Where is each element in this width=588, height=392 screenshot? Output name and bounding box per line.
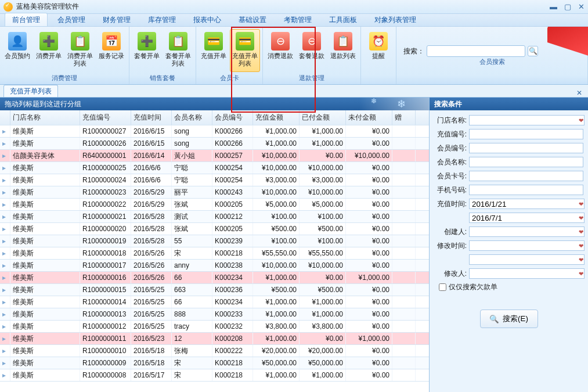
menu-tab-1[interactable]: 会员管理 — [50, 13, 93, 26]
column-header-2[interactable]: 充值时间 — [131, 110, 172, 125]
table-row[interactable]: ▸维美斯R10000000122016/5/25tracyK000232¥3,8… — [0, 321, 429, 333]
cell: 2016/5/28 — [131, 223, 172, 235]
table-row[interactable]: ▸维美斯R10000000262016/6/15songK000266¥1,00… — [0, 138, 429, 150]
退款列表-icon: 📋 — [334, 32, 352, 51]
ribbon-btn-1-0[interactable]: ➕套餐开单 — [132, 29, 162, 72]
search-icon[interactable]: 🔍 — [528, 46, 538, 56]
table-row[interactable]: ▸维美斯R10000000082016/5/17宋K000218¥1,000.0… — [0, 369, 429, 382]
close-tab-icon[interactable]: ✕ — [574, 89, 585, 97]
column-header-5[interactable]: 充值金额 — [253, 110, 300, 125]
menu-tab-2[interactable]: 财务管理 — [95, 13, 138, 26]
input-mod-time-to[interactable] — [469, 254, 585, 265]
table-row[interactable]: ▸维美斯R10000000182016/5/26宋K000218¥55,550.… — [0, 247, 429, 260]
input-creator[interactable] — [469, 226, 585, 237]
table-row[interactable]: ▸维美斯R10000000112016/5/2312K000208¥1,000.… — [0, 333, 429, 345]
table-row[interactable]: ▸维美斯R10000000102016/5/18张梅K000222¥20,000… — [0, 345, 429, 357]
row-indicator: ▸ — [0, 308, 10, 320]
table-row[interactable]: ▸维美斯R10000000242016/6/6宁聪K000254¥3,000.0… — [0, 174, 429, 186]
ribbon-btn-label: 消费开单列表 — [66, 52, 95, 67]
input-mod-time-from[interactable] — [469, 240, 585, 251]
label-creator: 创建人: — [434, 227, 467, 237]
ribbon-btn-2-1[interactable]: 💳充值开单列表 — [230, 29, 260, 72]
cell: 维美斯 — [10, 235, 80, 247]
menu-tab-0[interactable]: 前台管理 — [5, 13, 48, 26]
table-row[interactable]: ▸维美斯R10000000142016/5/2566K000234¥1,000.… — [0, 296, 429, 308]
input-phone[interactable] — [469, 185, 583, 195]
cell: ¥100.00 — [253, 235, 300, 247]
input-member-no[interactable] — [469, 143, 583, 153]
menu-tab-5[interactable]: 基础设置 — [231, 13, 274, 26]
titlebar: 蓝格美容院管理软件 ▬ ▢ ✕ — [0, 0, 588, 14]
row-indicator: ▸ — [0, 162, 10, 174]
menu-tab-3[interactable]: 库存管理 — [140, 13, 183, 26]
grid-body[interactable]: ▸维美斯R10000000272016/6/15songK000266¥1,00… — [0, 125, 429, 390]
cell: 2016/6/6 — [131, 174, 172, 186]
column-header-1[interactable]: 充值编号 — [80, 110, 131, 125]
close-button[interactable]: ✕ — [578, 2, 585, 11]
cell — [392, 211, 416, 222]
search-button-label: 搜索(E) — [503, 314, 528, 324]
minimize-button[interactable]: ▬ — [550, 2, 557, 11]
cell: 2016/5/26 — [131, 247, 172, 259]
table-row[interactable]: ▸维美斯R10000000212016/5/28测试K000212¥100.00… — [0, 211, 429, 223]
input-recharge-no[interactable] — [469, 129, 583, 139]
cell: ¥1,000.00 — [253, 138, 300, 149]
ribbon-btn-2-0[interactable]: 💳充值开单 — [199, 29, 229, 72]
cell: ¥5,000.00 — [253, 199, 300, 210]
ribbon-btn-1-1[interactable]: 📋套餐开单列表 — [163, 29, 193, 72]
table-row[interactable]: ▸维美斯R10000000162016/5/2666K000234¥1,000.… — [0, 272, 429, 284]
row-indicator: ▸ — [0, 125, 10, 137]
cell: ¥0.00 — [346, 162, 392, 174]
table-row[interactable]: ▸维美斯R10000000272016/6/15songK000266¥1,00… — [0, 125, 429, 138]
ribbon-btn-4-0[interactable]: ⏰提醒 — [363, 29, 394, 72]
ribbon-btn-0-1[interactable]: ➕消费开单 — [34, 29, 64, 72]
column-header-3[interactable]: 会员名称 — [172, 110, 212, 125]
ribbon-btn-label: 套餐开单列表 — [164, 52, 193, 67]
cell: R1000000011 — [80, 333, 131, 344]
ribbon-btn-label: 充值开单列表 — [230, 52, 259, 67]
ribbon-btn-0-3[interactable]: 📅服务记录 — [96, 29, 127, 72]
tab-recharge-list[interactable]: 充值开单列表 — [3, 85, 58, 97]
row-indicator-header — [0, 110, 10, 125]
member-search-input[interactable] — [427, 45, 525, 57]
ribbon-btn-3-1[interactable]: ⊖套餐退款 — [297, 29, 327, 72]
input-date-from[interactable] — [469, 199, 585, 209]
row-indicator: ▸ — [0, 272, 10, 283]
column-header-7[interactable]: 未付金额 — [346, 110, 392, 125]
input-card-no[interactable] — [469, 171, 583, 181]
cell: K000236 — [212, 284, 253, 296]
ribbon-btn-0-0[interactable]: 👤会员预约 — [2, 29, 33, 72]
table-row[interactable]: ▸维美斯R10000000232016/5/29丽平K000243¥10,000… — [0, 186, 429, 199]
input-modifier[interactable] — [469, 268, 585, 279]
ribbon-btn-0-2[interactable]: 📋消费开单列表 — [65, 29, 95, 72]
table-row[interactable]: ▸信颜美容美体R64000000012016/6/14黃小姐K000257¥10… — [0, 150, 429, 162]
cell: 2016/5/26 — [131, 260, 172, 271]
menu-tab-6[interactable]: 考勤管理 — [276, 13, 319, 26]
input-date-to[interactable] — [469, 213, 585, 223]
menu-tab-8[interactable]: 对象列表管理 — [367, 13, 424, 26]
table-row[interactable]: ▸维美斯R10000000152016/5/25663K000236¥500.0… — [0, 284, 429, 296]
table-row[interactable]: ▸维美斯R10000000202016/5/28张斌K000205¥500.00… — [0, 223, 429, 235]
column-header-6[interactable]: 已付金额 — [300, 110, 346, 125]
column-header-8[interactable]: 赠 — [392, 110, 416, 125]
table-row[interactable]: ▸维美斯R10000000252016/6/6宁聪K000254¥10,000.… — [0, 162, 429, 174]
会员预约-icon: 👤 — [8, 32, 27, 51]
search-button[interactable]: 🔍 搜索(E) — [480, 310, 538, 328]
ribbon-btn-3-2[interactable]: 📋退款列表 — [328, 29, 358, 72]
menu-tab-4[interactable]: 报表中心 — [186, 13, 229, 26]
table-row[interactable]: ▸维美斯R10000000132016/5/25888K000233¥1,000… — [0, 308, 429, 321]
table-row[interactable]: ▸维美斯R10000000192016/5/2855K000239¥100.00… — [0, 235, 429, 247]
ribbon-btn-3-0[interactable]: ⊖消费退款 — [265, 29, 295, 72]
column-header-0[interactable]: 门店名称 — [10, 110, 80, 125]
input-member-name[interactable] — [469, 157, 583, 167]
checkbox-only-unpaid[interactable] — [439, 283, 446, 291]
menu-tab-7[interactable]: 工具面板 — [322, 13, 365, 26]
cell — [392, 150, 416, 161]
table-row[interactable]: ▸维美斯R10000000222016/5/29张斌K000205¥5,000.… — [0, 199, 429, 211]
maximize-button[interactable]: ▢ — [564, 2, 571, 11]
table-row[interactable]: ▸维美斯R10000000172016/5/26annyK000238¥10,0… — [0, 260, 429, 272]
row-indicator: ▸ — [0, 345, 10, 357]
column-header-4[interactable]: 会员编号 — [212, 110, 253, 125]
table-row[interactable]: ▸维美斯R10000000092016/5/18宋K000218¥50,000.… — [0, 357, 429, 369]
input-store[interactable] — [469, 115, 585, 125]
